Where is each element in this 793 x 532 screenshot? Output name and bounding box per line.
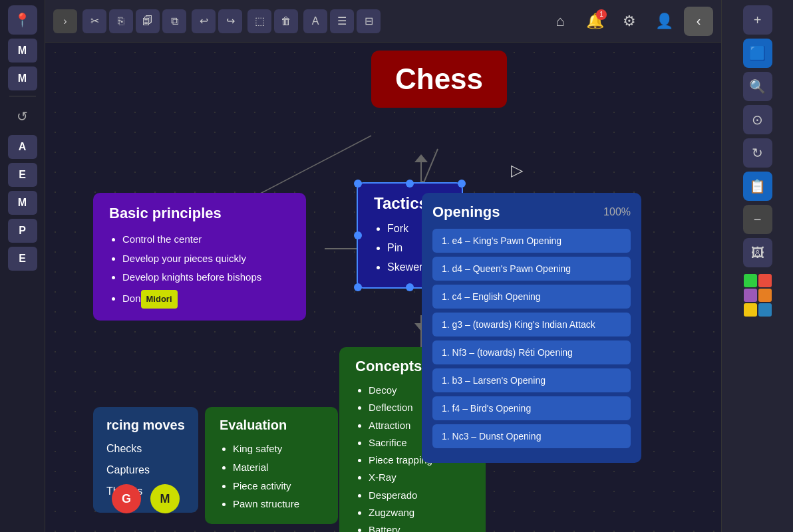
basic-principles-title: Basic principles (109, 205, 290, 222)
opening-item-7[interactable]: 1. Nc3 – Dunst Opening (432, 424, 631, 448)
toolbar-edit-group: ✂ ⎘ 🗐 ⧉ (82, 9, 186, 33)
opening-item-2[interactable]: 1. c4 – English Opening (432, 285, 631, 309)
concepts-item-desperado: Desperado (369, 487, 470, 504)
copy-button[interactable]: ⎘ (109, 9, 133, 33)
evaluation-node[interactable]: Evaluation King safety Material Piece ac… (205, 407, 338, 524)
sidebar-btn-e2[interactable]: E (8, 247, 37, 271)
color-swatches (744, 274, 772, 317)
forcing-moves-title: rcing moves (106, 418, 185, 433)
resize-handle-tr[interactable] (458, 180, 466, 188)
eval-item-material: Material (233, 458, 323, 477)
cursor-arrow: ▷ (511, 161, 523, 180)
align-button[interactable]: ⊟ (357, 9, 381, 33)
toolbar-select-group: ⬚ 🗑 (247, 9, 298, 33)
image-icon[interactable]: 🖼 (743, 238, 772, 267)
cut-button[interactable]: ✂ (82, 9, 106, 33)
swatch-purple[interactable] (744, 289, 757, 302)
refresh-icon[interactable]: ↻ (743, 138, 772, 168)
opening-item-0[interactable]: 1. e4 – King's Pawn Opening (432, 229, 631, 253)
concepts-item-battery: Battery (369, 521, 470, 532)
avatar-g: G (112, 484, 141, 513)
midori-tag: Midori (141, 290, 178, 309)
notifications-icon[interactable]: 🔔 1 (580, 7, 609, 36)
opening-item-4[interactable]: 1. Nf3 – (towards) Réti Opening (432, 340, 631, 364)
opening-item-6[interactable]: 1. f4 – Bird's Opening (432, 396, 631, 420)
eval-item-pawn-structure: Pawn structure (233, 495, 323, 513)
history-icon[interactable]: ↺ (8, 102, 37, 131)
select-all-button[interactable]: ⬚ (247, 9, 271, 33)
collapse-button[interactable]: ‹ (684, 7, 713, 36)
sidebar-btn-e1[interactable]: E (8, 163, 37, 187)
clone-button[interactable]: ⧉ (162, 9, 186, 33)
avatar-m: M (150, 484, 180, 513)
toolbar-format-group: A ☰ ⊟ (303, 9, 381, 33)
canvas[interactable]: Chess Tactics Fork Pin Skewer Concepts D… (45, 43, 721, 532)
resize-handle-tm[interactable] (406, 180, 414, 188)
settings-icon[interactable]: ⚙ (615, 7, 644, 36)
text-button[interactable]: A (303, 9, 327, 33)
eval-item-king-safety: King safety (233, 440, 323, 458)
opening-item-5[interactable]: 1. b3 – Larsen's Opening (432, 368, 631, 392)
openings-panel: Openings 100% 1. e4 – King's Pawn Openin… (422, 193, 641, 463)
panel-note-icon[interactable]: 📋 (743, 172, 772, 201)
delete-button[interactable]: 🗑 (274, 9, 298, 33)
list-button[interactable]: ☰ (330, 9, 354, 33)
swatch-row-3 (744, 303, 772, 317)
sidebar-btn-m1[interactable]: M (8, 39, 37, 63)
redo-button[interactable]: ↪ (218, 9, 242, 33)
toolbar-nav-group: › (53, 9, 77, 33)
swatch-yellow[interactable] (744, 303, 757, 317)
zoom-in-icon[interactable]: 🔍 (743, 72, 772, 101)
bp-item-knights: Develop knights before bishops (122, 268, 290, 287)
openings-zoom: 100% (603, 206, 631, 218)
basic-principles-node[interactable]: Basic principles Control the center Deve… (93, 193, 306, 321)
bp-item-center: Control the center (122, 230, 290, 249)
location-icon[interactable]: 📍 (8, 5, 37, 35)
toolbar-undo-group: ↩ ↪ (192, 9, 242, 33)
right-sidebar: + 🟦 🔍 ⊙ ↻ 📋 − 🖼 (721, 0, 793, 532)
opening-item-3[interactable]: 1. g3 – (towards) King's Indian Attack (432, 313, 631, 336)
eval-item-piece-activity: Piece activity (233, 477, 323, 495)
openings-header: Openings 100% (432, 203, 631, 221)
bp-item-develop: Develop your pieces quickly (122, 249, 290, 269)
swatch-red[interactable] (758, 274, 772, 287)
sidebar-btn-a[interactable]: A (8, 135, 37, 159)
svg-marker-6 (414, 154, 428, 162)
profile-icon[interactable]: 👤 (649, 7, 679, 36)
evaluation-list: King safety Material Piece activity Pawn… (220, 440, 323, 513)
undo-button[interactable]: ↩ (192, 9, 216, 33)
sidebar-btn-m3[interactable]: M (8, 191, 37, 215)
resize-handle-tl[interactable] (354, 180, 362, 188)
openings-title: Openings (432, 203, 500, 221)
left-sidebar: 📍 M M ↺ A E M P E (0, 0, 45, 532)
resize-handle-bm[interactable] (406, 283, 414, 291)
swatch-green[interactable] (744, 274, 757, 287)
sidebar-btn-p[interactable]: P (8, 219, 37, 243)
home-icon[interactable]: ⌂ (546, 7, 575, 36)
resize-handle-bl[interactable] (354, 283, 362, 291)
evaluation-title: Evaluation (220, 418, 323, 433)
bp-item-don: DonMidori (122, 287, 290, 309)
swatch-blue[interactable] (758, 303, 772, 317)
minus-icon[interactable]: − (743, 205, 772, 234)
swatch-row-2 (744, 289, 772, 302)
navigate-forward-button[interactable]: › (53, 9, 77, 33)
swatch-orange[interactable] (758, 289, 772, 302)
resize-handle-ml[interactable] (354, 231, 362, 239)
sidebar-btn-m2[interactable]: M (8, 66, 37, 90)
chess-title-node[interactable]: Chess (371, 51, 507, 108)
forcing-moves-node[interactable]: rcing moves Checks Captures Threats (93, 407, 198, 513)
main-area: › ✂ ⎘ 🗐 ⧉ ↩ ↪ ⬚ 🗑 A ☰ ⊟ ⌂ 🔔 1 ⚙ 👤 ‹ (45, 0, 721, 532)
sidebar-divider-1 (9, 96, 36, 96)
panel-blue-active[interactable]: 🟦 (743, 39, 772, 68)
paste-button[interactable]: 🗐 (136, 9, 160, 33)
opening-item-1[interactable]: 1. d4 – Queen's Pawn Opening (432, 257, 631, 281)
add-icon[interactable]: + (743, 5, 772, 35)
forcing-moves-checks: Checks (106, 438, 185, 460)
scan-icon[interactable]: ⊙ (743, 105, 772, 134)
forcing-moves-captures: Captures (106, 460, 185, 481)
chess-title-text: Chess (395, 63, 483, 95)
basic-principles-list: Control the center Develop your pieces q… (109, 230, 290, 309)
toolbar: › ✂ ⎘ 🗐 ⧉ ↩ ↪ ⬚ 🗑 A ☰ ⊟ ⌂ 🔔 1 ⚙ 👤 ‹ (45, 0, 721, 43)
swatch-row-1 (744, 274, 772, 287)
